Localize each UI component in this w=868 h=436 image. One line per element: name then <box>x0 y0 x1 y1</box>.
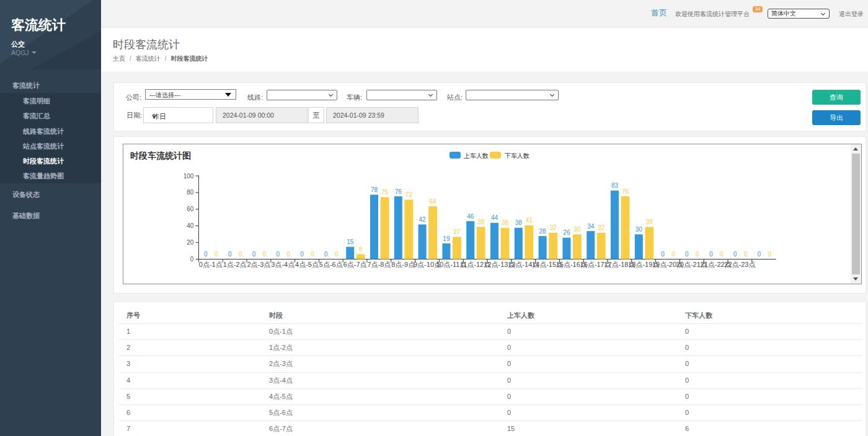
svg-text:8点-9点: 8点-9点 <box>391 261 415 268</box>
svg-text:76: 76 <box>395 188 402 195</box>
svg-text:40: 40 <box>187 222 194 229</box>
svg-text:0: 0 <box>709 251 713 258</box>
svg-text:6: 6 <box>359 246 363 253</box>
svg-text:15: 15 <box>347 238 354 245</box>
svg-text:0: 0 <box>733 251 737 258</box>
svg-text:80: 80 <box>187 189 194 196</box>
svg-text:44: 44 <box>491 214 498 221</box>
svg-text:1点-2点: 1点-2点 <box>223 261 247 268</box>
svg-text:76: 76 <box>622 188 629 195</box>
svg-text:26: 26 <box>563 229 570 236</box>
svg-text:2点-3点: 2点-3点 <box>247 261 270 268</box>
svg-text:83: 83 <box>611 182 619 189</box>
svg-text:27: 27 <box>453 229 461 235</box>
svg-text:30: 30 <box>574 226 581 233</box>
svg-text:60: 60 <box>187 206 194 212</box>
svg-text:0点-1点: 0点-1点 <box>199 261 223 268</box>
svg-text:0: 0 <box>239 251 242 258</box>
svg-text:38: 38 <box>502 219 509 226</box>
svg-text:30: 30 <box>636 226 643 233</box>
svg-text:0: 0 <box>287 251 291 258</box>
svg-text:0: 0 <box>661 251 665 258</box>
svg-text:5点-6点: 5点-6点 <box>319 261 343 268</box>
svg-text:0: 0 <box>768 251 772 258</box>
svg-text:0: 0 <box>228 251 232 258</box>
svg-text:32: 32 <box>598 224 605 231</box>
svg-text:64: 64 <box>430 198 437 205</box>
svg-text:0: 0 <box>744 251 748 258</box>
svg-text:19: 19 <box>443 235 450 242</box>
svg-text:78: 78 <box>371 186 378 193</box>
svg-text:0: 0 <box>720 251 724 258</box>
svg-text:4点-5点: 4点-5点 <box>295 261 319 268</box>
svg-text:0: 0 <box>685 251 689 258</box>
svg-text:0: 0 <box>671 251 675 258</box>
svg-text:72: 72 <box>405 191 413 198</box>
svg-text:7点-8点: 7点-8点 <box>367 261 391 268</box>
svg-text:0: 0 <box>252 251 256 258</box>
svg-text:34: 34 <box>587 223 595 230</box>
svg-text:0: 0 <box>311 251 314 258</box>
svg-text:0: 0 <box>190 256 194 263</box>
svg-text:0: 0 <box>758 251 761 258</box>
svg-text:46: 46 <box>467 213 474 220</box>
svg-text:0: 0 <box>300 251 304 258</box>
svg-text:39: 39 <box>477 219 485 225</box>
svg-text:22点-23点: 22点-23点 <box>724 261 755 268</box>
svg-text:0: 0 <box>263 251 267 258</box>
svg-text:41: 41 <box>526 217 533 224</box>
svg-text:3点-4点: 3点-4点 <box>271 261 294 268</box>
svg-text:0: 0 <box>335 251 339 258</box>
svg-text:28: 28 <box>539 228 547 235</box>
svg-text:0: 0 <box>204 251 208 258</box>
svg-text:0: 0 <box>324 251 328 258</box>
svg-text:39: 39 <box>646 219 653 225</box>
svg-text:6点-7点: 6点-7点 <box>343 261 367 268</box>
svg-text:20: 20 <box>187 239 194 246</box>
svg-text:0: 0 <box>696 251 699 258</box>
svg-text:42: 42 <box>419 216 427 223</box>
svg-text:32: 32 <box>550 224 557 231</box>
svg-text:0: 0 <box>215 251 218 258</box>
svg-text:75: 75 <box>381 189 389 196</box>
svg-text:100: 100 <box>184 173 194 180</box>
svg-text:0: 0 <box>277 251 280 258</box>
svg-text:38: 38 <box>515 219 523 226</box>
